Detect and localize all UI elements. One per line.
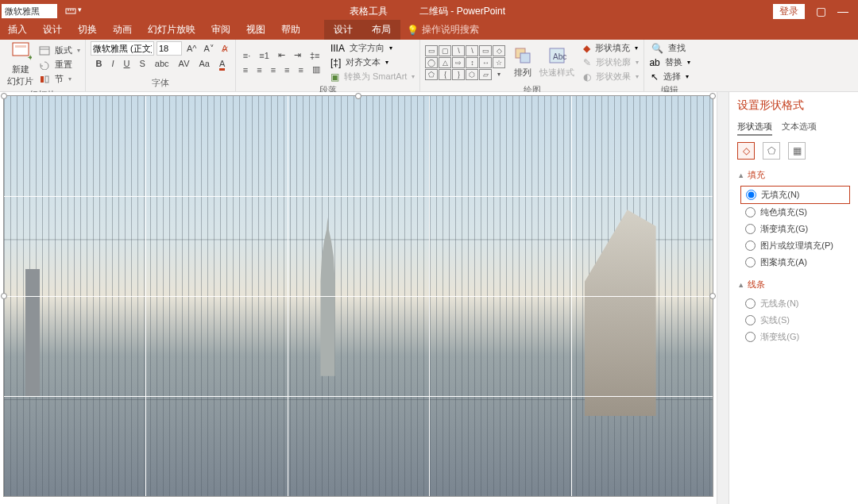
arrange-button[interactable]: 排列 [512, 66, 534, 79]
selection-handle[interactable] [709, 293, 716, 299]
font-color-button[interactable]: A [217, 58, 227, 69]
selection-handle[interactable] [1, 93, 7, 99]
effects-category-icon[interactable]: ⬠ [763, 142, 780, 160]
replace-button[interactable]: 替换 [663, 56, 685, 69]
tab-animation[interactable]: 动画 [105, 20, 140, 40]
new-slide-button[interactable]: 新建 幻灯片 [5, 63, 36, 88]
find-button[interactable]: 查找 [666, 41, 688, 55]
tab-transition[interactable]: 切换 [70, 20, 105, 40]
line-gradient-radio[interactable] [745, 332, 756, 342]
shadow-button[interactable]: abc [153, 58, 172, 69]
font-name-select[interactable] [91, 41, 154, 56]
building-shape [315, 217, 339, 376]
fill-solid-radio[interactable] [745, 207, 756, 217]
ribbon: ✦ 新建 幻灯片 版式▾ 重置 节▾ 幻灯片 A^ A˅ A̷ B I [0, 40, 858, 92]
clear-format-icon[interactable]: A̷ [219, 43, 230, 55]
fill-picture-radio[interactable] [745, 240, 756, 251]
strike-button[interactable]: S [137, 58, 148, 69]
size-category-icon[interactable]: ▦ [788, 142, 806, 160]
spacing-button[interactable]: AV [176, 58, 192, 69]
numbering-button[interactable]: ≡1 [257, 50, 272, 61]
selection-handle[interactable] [355, 93, 361, 99]
tab-slideshow[interactable]: 幻灯片放映 [140, 20, 203, 40]
reset-button[interactable]: 重置 [52, 58, 75, 71]
group-font-label: 字体 [91, 76, 230, 90]
underline-button[interactable]: U [122, 58, 133, 69]
italic-button[interactable]: I [110, 58, 117, 69]
shapes-gallery[interactable]: ▭▢\\▭◇ ◯△⇨↕↔☆ ⬠{}⬡▱▾ [425, 45, 505, 80]
fill-pattern-option[interactable]: 图案填充(A) [737, 254, 850, 271]
fill-picture-option[interactable]: 图片或纹理填充(P) [737, 237, 850, 254]
line-none-option[interactable]: 无线条(N) [737, 295, 850, 312]
fill-none-radio[interactable] [746, 190, 756, 200]
tab-table-design[interactable]: 设计 [324, 20, 362, 40]
line-gradient-option[interactable]: 渐变线(G) [737, 329, 850, 345]
layout-button[interactable]: 版式 [52, 44, 75, 57]
vertical-scrollbar[interactable] [717, 92, 729, 504]
text-direction-button[interactable]: 文字方向 [347, 41, 387, 55]
tell-me-label: 操作说明搜索 [422, 23, 479, 37]
select-icon: ↖ [651, 71, 659, 83]
increase-font-icon[interactable]: A^ [184, 43, 199, 54]
line-section-header[interactable]: ▲线条 [737, 279, 850, 290]
section-button[interactable]: 节 [52, 72, 66, 86]
columns-button[interactable]: ▥ [310, 63, 323, 75]
pane-tab-shape[interactable]: 形状选项 [737, 121, 772, 136]
fill-gradient-radio[interactable] [745, 224, 756, 234]
indent-inc-button[interactable]: ⇥ [292, 49, 303, 61]
arrange-icon[interactable] [513, 46, 532, 65]
qat-icon[interactable]: ▾ [65, 6, 82, 17]
align-text-button[interactable]: 对齐文本 [343, 56, 383, 69]
line-solid-radio[interactable] [745, 315, 756, 325]
tab-help[interactable]: 帮助 [273, 20, 308, 40]
indent-dec-button[interactable]: ⇤ [276, 49, 288, 61]
smartart-button[interactable]: 转换为 SmartArt [342, 70, 409, 83]
new-slide-icon[interactable]: ✦ [10, 41, 32, 62]
shape-fill-icon: ◆ [583, 43, 590, 54]
line-none-radio[interactable] [745, 298, 756, 309]
selection-handle[interactable] [709, 93, 716, 99]
case-button[interactable]: Aa [196, 58, 211, 69]
fill-section-header[interactable]: ▲填充 [737, 169, 850, 181]
bold-button[interactable]: B [94, 58, 105, 69]
tab-review[interactable]: 审阅 [203, 20, 238, 40]
tab-design[interactable]: 设计 [35, 20, 70, 40]
tab-table-layout[interactable]: 布局 [362, 20, 400, 40]
fill-solid-option[interactable]: 纯色填充(S) [737, 204, 850, 221]
align-left-button[interactable]: ≡ [241, 64, 250, 75]
quick-styles-icon[interactable]: Abc [547, 46, 566, 65]
align-right-button[interactable]: ≡ [269, 64, 278, 75]
slide-canvas[interactable] [3, 95, 713, 497]
quick-styles-button[interactable]: 快速样式 [537, 66, 577, 79]
decrease-font-icon[interactable]: A˅ [202, 43, 217, 55]
select-button[interactable]: 选择 [661, 70, 683, 83]
shape-effects-button[interactable]: 形状效果 [593, 70, 633, 83]
tab-insert[interactable]: 插入 [0, 20, 35, 40]
selection-handle[interactable] [1, 293, 7, 299]
svg-text:Abc: Abc [553, 52, 566, 61]
align-center-button[interactable]: ≡ [254, 64, 264, 75]
tab-view[interactable]: 视图 [238, 20, 273, 40]
fill-pattern-radio[interactable] [745, 257, 756, 267]
minimize-icon[interactable]: — [837, 5, 848, 17]
context-tool-label: 表格工具 [350, 5, 388, 18]
slide-canvas-wrap [0, 92, 717, 504]
distribute-button[interactable]: ≡ [296, 64, 306, 75]
shape-outline-button[interactable]: 形状轮廓 [593, 56, 633, 69]
bullets-button[interactable]: ≡· [241, 50, 253, 61]
pane-tab-text[interactable]: 文本选项 [782, 121, 817, 136]
qat-font-box[interactable]: 微软雅黑 [2, 4, 57, 18]
login-button[interactable]: 登录 [773, 4, 805, 19]
justify-button[interactable]: ≡ [282, 64, 292, 75]
fill-line-category-icon[interactable]: ◇ [737, 142, 755, 160]
ribbon-options-icon[interactable]: ▢ [816, 5, 826, 17]
font-size-select[interactable] [157, 41, 182, 56]
fill-gradient-option[interactable]: 渐变填充(G) [737, 221, 850, 237]
line-spacing-button[interactable]: ‡≡ [307, 50, 323, 61]
line-solid-option[interactable]: 实线(S) [737, 312, 850, 329]
fill-none-option[interactable]: 无填充(N) [740, 186, 850, 204]
tell-me-search[interactable]: 💡 操作说明搜索 [400, 20, 485, 40]
shape-fill-button[interactable]: 形状填充 [593, 41, 632, 55]
svg-rect-12 [520, 53, 530, 63]
building-shape [25, 269, 40, 396]
